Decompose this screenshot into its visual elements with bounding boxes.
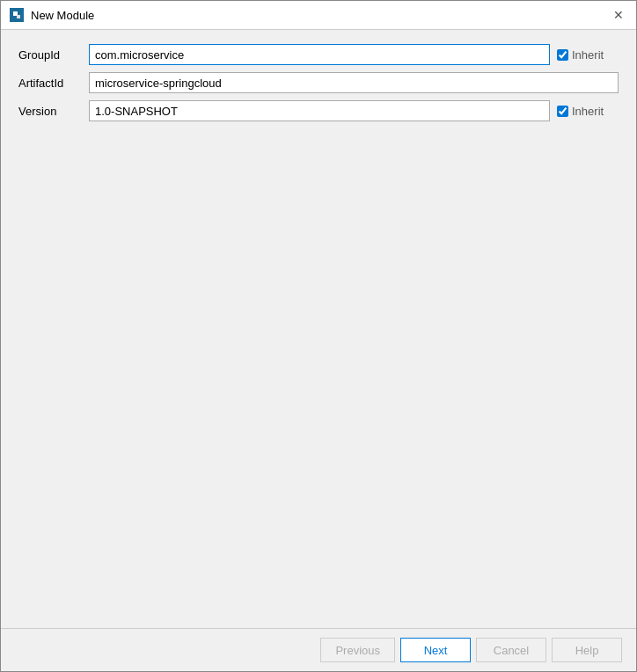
version-input[interactable]: [89, 100, 550, 121]
dialog-title: New Module: [31, 9, 94, 22]
previous-button[interactable]: Previous: [320, 638, 395, 662]
title-bar: New Module ✕: [1, 1, 636, 30]
dialog-footer: Previous Next Cancel Help: [1, 628, 636, 671]
help-button[interactable]: Help: [552, 638, 622, 662]
version-inherit-label: Inherit: [572, 105, 604, 118]
version-row: Version Inherit: [18, 100, 619, 121]
version-inherit-checkbox[interactable]: [557, 106, 568, 117]
close-button[interactable]: ✕: [610, 6, 627, 24]
group-id-inherit-label: Inherit: [572, 48, 604, 62]
group-id-row: GroupId Inherit: [18, 44, 619, 65]
new-module-dialog: New Module ✕ GroupId Inherit ArtifactId …: [0, 0, 637, 672]
artifact-id-input[interactable]: [89, 72, 619, 93]
svg-rect-2: [17, 15, 20, 18]
version-label: Version: [18, 105, 89, 118]
artifact-id-label: ArtifactId: [18, 77, 89, 90]
title-bar-left: New Module: [10, 8, 94, 22]
group-id-inherit-checkbox[interactable]: [557, 49, 568, 61]
dialog-icon: [10, 8, 24, 22]
group-id-input[interactable]: [89, 44, 550, 65]
cancel-button[interactable]: Cancel: [476, 638, 546, 662]
version-inherit: Inherit: [557, 105, 619, 118]
artifact-id-row: ArtifactId: [18, 72, 619, 93]
next-button[interactable]: Next: [400, 638, 471, 662]
dialog-content: GroupId Inherit ArtifactId Version Inher…: [1, 30, 636, 628]
group-id-label: GroupId: [18, 48, 89, 62]
group-id-inherit: Inherit: [557, 48, 619, 62]
